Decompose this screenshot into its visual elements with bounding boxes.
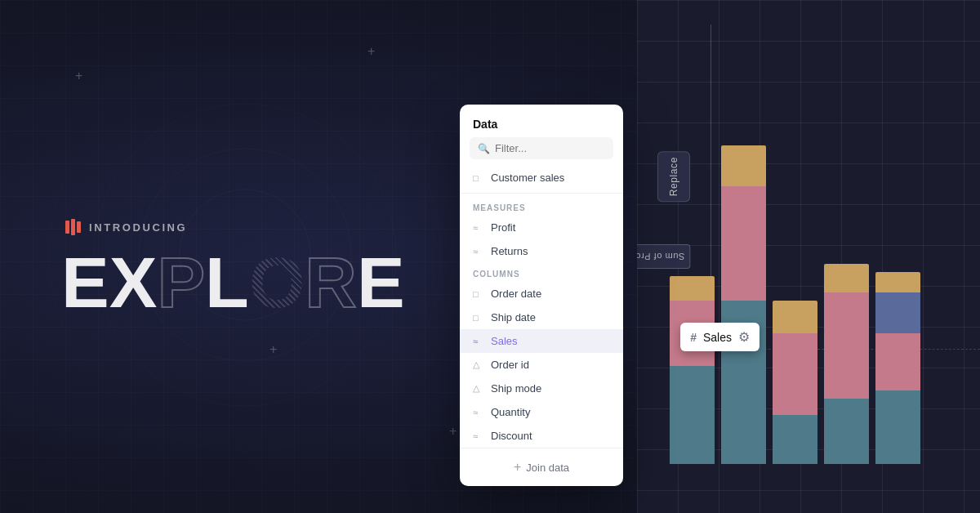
bar-seg-5-1 <box>875 390 920 464</box>
bar-seg-4-3 <box>824 264 869 292</box>
measure-icon-returns: ≈ <box>473 247 484 256</box>
sales-tooltip-hash: # <box>690 331 697 344</box>
panel-item-order-date[interactable]: □ Order date <box>460 282 623 306</box>
measure-icon-profit: ≈ <box>473 223 484 233</box>
panel-label-ship-mode: Ship mode <box>491 382 541 395</box>
explore-letter-e2: E <box>357 241 405 324</box>
bar-seg-5-3 <box>875 292 920 333</box>
join-plus-icon: + <box>514 460 521 475</box>
hex-bar-3 <box>77 221 81 233</box>
explore-letter-p: P <box>157 241 205 324</box>
bar-group-3 <box>773 301 817 464</box>
hex-bar-2 <box>71 219 75 235</box>
dataset-item[interactable]: □ Customer sales <box>460 166 623 190</box>
panel-label-ship-date: Ship date <box>491 311 536 323</box>
replace-tooltip-label: Replace <box>668 157 679 196</box>
panel-join-data[interactable]: + Join data <box>460 448 623 486</box>
col-icon-order-id: △ <box>473 359 484 370</box>
panel-item-order-id[interactable]: △ Order id <box>460 353 623 377</box>
intro-label: INTRODUCING <box>89 221 187 234</box>
data-panel: Data 🔍 □ Customer sales MEASURES ≈ Profi… <box>460 105 623 486</box>
col-icon-sales: ≈ <box>473 337 484 346</box>
explore-letter-l: L <box>205 241 249 324</box>
bar-group-2 <box>721 145 766 464</box>
bar-seg-3-3 <box>773 301 817 333</box>
panel-label-sales: Sales <box>491 335 518 347</box>
bar-seg-1-3 <box>670 276 715 301</box>
bar-seg-3-2 <box>773 333 817 415</box>
panel-label-order-date: Order date <box>491 288 541 300</box>
col-icon-order-date: □ <box>473 289 484 299</box>
panel-item-profit[interactable]: ≈ Profit <box>460 216 623 239</box>
decoration-plus-2: + <box>270 343 277 356</box>
sales-tooltip[interactable]: # Sales ⚙ <box>680 323 760 351</box>
bar-group-4 <box>824 264 869 464</box>
explore-letter-o: O <box>249 241 305 324</box>
search-input[interactable] <box>495 142 605 154</box>
panel-item-ship-mode[interactable]: △ Ship mode <box>460 377 623 400</box>
hex-logo-area: INTRODUCING <box>65 219 187 235</box>
bar-seg-2-2 <box>721 186 766 301</box>
columns-section-label: COLUMNS <box>460 263 623 282</box>
panel-label-profit: Profit <box>491 221 515 234</box>
decoration-plus-4: + <box>75 69 82 83</box>
col-icon-quantity: ≈ <box>473 408 484 417</box>
bar-seg-3-1 <box>773 415 817 464</box>
col-icon-ship-mode: △ <box>473 383 484 394</box>
col-icon-discount: ≈ <box>473 431 484 441</box>
panel-title: Data <box>460 105 623 137</box>
bar-group-5 <box>875 272 920 464</box>
hex-bar-1 <box>65 221 69 234</box>
sales-tooltip-label: Sales <box>703 331 732 344</box>
panel-search-box[interactable]: 🔍 <box>470 137 613 159</box>
bar-seg-2-3 <box>721 145 766 186</box>
bar-seg-4-1 <box>824 399 869 464</box>
chart-area: Sum of Profit <box>637 0 980 513</box>
bar-group-1 <box>670 276 715 464</box>
explore-letter-x: X <box>109 241 158 324</box>
bar-seg-1-1 <box>670 366 715 464</box>
panel-item-returns[interactable]: ≈ Returns <box>460 239 623 263</box>
panel-item-quantity[interactable]: ≈ Quantity <box>460 400 623 424</box>
panel-label-order-id: Order id <box>491 359 529 371</box>
bar-seg-4-2 <box>824 292 869 399</box>
explore-letter-r: R <box>305 241 357 324</box>
panel-label-returns: Returns <box>491 245 528 257</box>
panel-label-quantity: Quantity <box>491 406 530 418</box>
decoration-plus-1: + <box>368 45 375 58</box>
panel-divider-1 <box>460 193 623 194</box>
search-icon: 🔍 <box>478 143 490 154</box>
panel-label-discount: Discount <box>491 430 532 442</box>
gear-icon[interactable]: ⚙ <box>738 329 750 345</box>
decoration-plus-3: + <box>449 425 457 438</box>
col-icon-ship-date: □ <box>473 313 484 323</box>
dataset-icon: □ <box>473 173 484 183</box>
replace-tooltip[interactable]: Replace <box>657 151 690 202</box>
bar-seg-5-2 <box>875 333 920 390</box>
panel-item-ship-date[interactable]: □ Ship date <box>460 306 623 329</box>
explore-letter-e1: E <box>61 241 109 324</box>
measures-section-label: MEASURES <box>460 197 623 216</box>
panel-item-discount[interactable]: ≈ Discount <box>460 424 623 448</box>
join-label: Join data <box>526 462 569 474</box>
panel-item-sales[interactable]: ≈ Sales <box>460 329 623 353</box>
explore-title: E X P L O R E <box>61 241 405 324</box>
bars-container <box>670 64 980 513</box>
dataset-label: Customer sales <box>491 172 564 184</box>
bar-seg-5-4 <box>875 272 920 292</box>
hex-badge <box>65 219 81 235</box>
